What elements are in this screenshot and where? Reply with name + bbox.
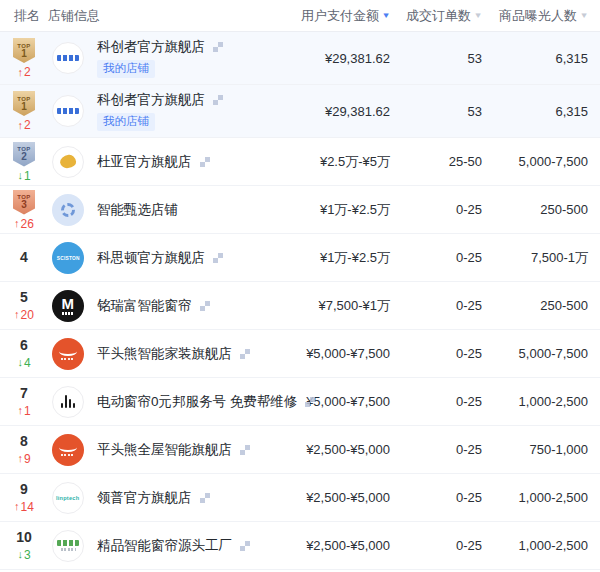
rank-cell: 9 ↑ 14 (0, 482, 48, 512)
exposure-count-value: 6,315 (482, 51, 588, 66)
column-header-payment-amount[interactable]: 用户支付金额 ▼ (262, 7, 390, 25)
column-header-label: 成交订单数 (406, 7, 471, 25)
rank-change-arrow-icon: ↑ (17, 67, 23, 78)
exposure-count-value: 5,000-7,500 (482, 346, 588, 361)
payment-amount-value: ¥2,500-¥5,000 (262, 442, 390, 457)
table-row[interactable]: 5 ↑ 20 M 铭瑞富智能窗帘 ¥7,500-¥1万 0-25 250-500 (0, 282, 600, 330)
exposure-count-value: 6,315 (482, 104, 588, 119)
table-row[interactable]: TOP 1 ↑ 2 科创者官方旗舰店 我的店铺 ¥29,381.62 53 6,… (0, 85, 600, 138)
store-detail-qr-icon[interactable] (200, 493, 210, 503)
rank-change: ↑ 2 (17, 119, 30, 131)
store-detail-qr-icon[interactable] (305, 397, 315, 407)
table-row[interactable]: TOP 3 ↑ 26 智能甄选店铺 ¥1万-¥2.5万 0-25 250-500 (0, 186, 600, 234)
rank-change: ↑ 2 (17, 66, 30, 78)
rank-cell: TOP 3 ↑ 26 (0, 190, 48, 230)
rank-change-arrow-icon: ↑ (14, 218, 20, 229)
store-info-cell: 平头熊智能家装旗舰店 (48, 338, 262, 370)
store-text: 平头熊智能家装旗舰店 (97, 345, 250, 363)
badge-rank-number: 1 (21, 49, 27, 59)
rank-number: 10 (16, 530, 32, 545)
store-info-cell: 科创者官方旗舰店 我的店铺 (48, 91, 262, 131)
rank-change-arrow-icon: ↑ (17, 405, 23, 416)
order-count-value: 53 (390, 104, 482, 119)
my-store-tag: 我的店铺 (97, 60, 155, 78)
exposure-count-value: 250-500 (482, 298, 588, 313)
store-detail-qr-icon[interactable] (240, 445, 250, 455)
exposure-count-value: 1,000-2,500 (482, 538, 588, 553)
table-row[interactable]: 9 ↑ 14 linptech 领普官方旗舰店 ¥2,500-¥5,000 0-… (0, 474, 600, 522)
exposure-count-value: 1,000-2,500 (482, 490, 588, 505)
store-detail-qr-icon[interactable] (240, 541, 250, 551)
store-name: 精品智能窗帘源头工厂 (97, 537, 232, 555)
rank-change-value: 26 (21, 218, 34, 230)
order-count-value: 53 (390, 51, 482, 66)
store-logo (52, 194, 84, 226)
sort-icon[interactable]: ▼ (473, 12, 482, 20)
table-row[interactable]: 4 SCISTON 科思顿官方旗舰店 ¥1万-¥2.5万 0-25 7,500-… (0, 234, 600, 282)
rank-number: 8 (20, 434, 28, 449)
store-detail-qr-icon[interactable] (240, 349, 250, 359)
table-row[interactable]: TOP 1 ↑ 2 科创者官方旗舰店 我的店铺 ¥29,381.62 53 6,… (0, 32, 600, 85)
store-name: 科创者官方旗舰店 (97, 38, 205, 56)
rank-cell: 6 ↓ 4 (0, 338, 48, 368)
rank-change: ↓ 1 (17, 170, 30, 182)
store-text: 智能甄选店铺 (97, 201, 178, 219)
rank-change-value: 2 (24, 119, 31, 131)
column-header-order-count[interactable]: 成交订单数 ▼ (390, 7, 482, 25)
rank-change-arrow-icon: ↑ (17, 120, 23, 131)
sort-icon[interactable]: ▼ (579, 12, 588, 20)
store-text: 平头熊全屋智能旗舰店 (97, 441, 250, 459)
rank-change-value: 1 (24, 405, 31, 417)
store-detail-qr-icon[interactable] (213, 95, 223, 105)
rank-cell: TOP 1 ↑ 2 (0, 38, 48, 78)
exposure-count-value: 250-500 (482, 202, 588, 217)
column-header-rank: 排名 (0, 7, 48, 25)
table-row[interactable]: 8 ↑ 9 平头熊全屋智能旗舰店 ¥2,500-¥5,000 0-25 750-… (0, 426, 600, 474)
store-name: 平头熊全屋智能旗舰店 (97, 441, 232, 459)
store-info-cell: 平头熊全屋智能旗舰店 (48, 434, 262, 466)
order-count-value: 0-25 (390, 538, 482, 553)
payment-amount-value: ¥2,500-¥5,000 (262, 538, 390, 553)
store-info-cell: 电动窗帘0元邦服务号 免费帮维修 (48, 386, 262, 418)
store-info-cell: 杜亚官方旗舰店 (48, 146, 262, 178)
payment-amount-value: ¥2,500-¥5,000 (262, 490, 390, 505)
exposure-count-value: 7,500-1万 (482, 249, 588, 267)
rank-cell: TOP 2 ↓ 1 (0, 142, 48, 182)
rank-change: ↑ 20 (14, 309, 34, 321)
store-info-cell: 智能甄选店铺 (48, 194, 262, 226)
store-detail-qr-icon[interactable] (200, 157, 210, 167)
column-header-store-info: 店铺信息 (48, 7, 262, 25)
store-text: 科创者官方旗舰店 我的店铺 (97, 38, 223, 78)
my-store-tag: 我的店铺 (97, 113, 155, 131)
store-detail-qr-icon[interactable] (213, 42, 223, 52)
table-row[interactable]: 10 ↓ 3 精品智能窗帘源头工厂 ¥2,500-¥5,000 0-25 1,0… (0, 522, 600, 570)
store-info-cell: 科创者官方旗舰店 我的店铺 (48, 38, 262, 78)
store-info-cell: 精品智能窗帘源头工厂 (48, 530, 262, 562)
store-info-cell: SCISTON 科思顿官方旗舰店 (48, 242, 262, 274)
table-row[interactable]: TOP 2 ↓ 1 杜亚官方旗舰店 ¥2.5万-¥5万 25-50 5,000-… (0, 138, 600, 186)
rank-change-arrow-icon: ↑ (14, 501, 20, 512)
order-count-value: 0-25 (390, 298, 482, 313)
store-name: 科创者官方旗舰店 (97, 91, 205, 109)
badge-rank-number: 3 (21, 200, 27, 210)
rank-change-arrow-icon: ↓ (17, 170, 23, 181)
table-row[interactable]: 7 ↑ 1 电动窗帘0元邦服务号 免费帮维修 ¥5,000-¥7,500 0-2… (0, 378, 600, 426)
top-rank-badge: TOP 2 (13, 142, 35, 167)
rank-change-arrow-icon: ↑ (14, 309, 20, 320)
rank-change-value: 14 (21, 501, 34, 513)
top-rank-badge: TOP 3 (13, 190, 35, 215)
rank-change: ↑ 14 (14, 501, 34, 513)
store-detail-qr-icon[interactable] (200, 301, 210, 311)
column-header-exposure-count[interactable]: 商品曝光人数 ▼ (482, 7, 588, 25)
table-row[interactable]: 6 ↓ 4 平头熊智能家装旗舰店 ¥5,000-¥7,500 0-25 5,00… (0, 330, 600, 378)
store-logo (52, 42, 84, 74)
rank-cell: 7 ↑ 1 (0, 386, 48, 416)
store-logo (52, 434, 84, 466)
sort-desc-icon[interactable]: ▼ (381, 12, 390, 20)
store-detail-qr-icon[interactable] (213, 253, 223, 263)
store-logo: SCISTON (52, 242, 84, 274)
order-count-value: 25-50 (390, 154, 482, 169)
store-logo (52, 146, 84, 178)
store-text: 铭瑞富智能窗帘 (97, 297, 210, 315)
payment-amount-value: ¥7,500-¥1万 (262, 297, 390, 315)
